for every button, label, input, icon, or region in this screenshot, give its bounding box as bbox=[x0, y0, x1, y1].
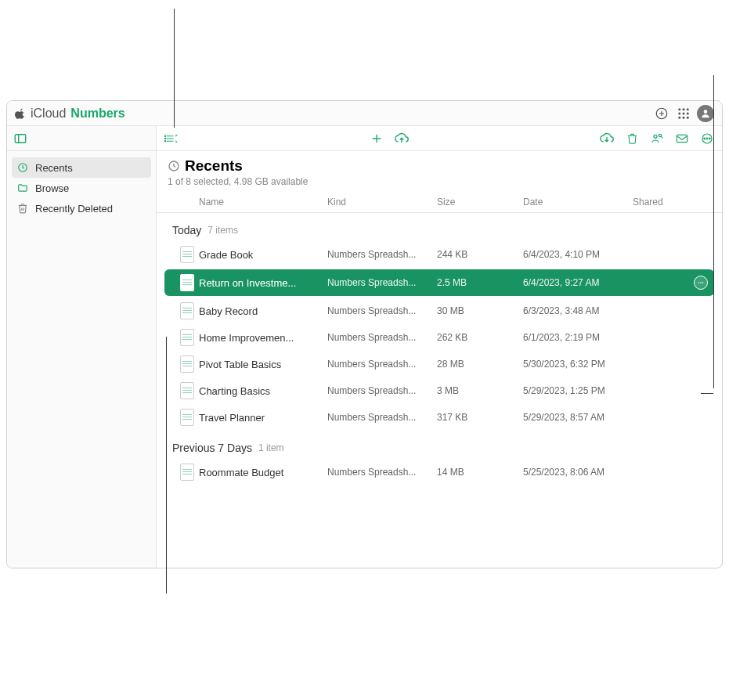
file-row[interactable]: Travel PlannerNumbers Spreadsh...317 KB5… bbox=[157, 404, 722, 431]
toolbar bbox=[157, 126, 722, 151]
svg-point-19 bbox=[164, 135, 165, 136]
spreadsheet-icon bbox=[180, 302, 194, 319]
column-headers: Name Kind Size Date Shared bbox=[157, 192, 722, 213]
svg-point-10 bbox=[683, 116, 685, 118]
sidebar-item-recently-deleted[interactable]: Recently Deleted bbox=[7, 198, 156, 218]
spreadsheet-icon bbox=[180, 382, 194, 399]
group-label: Previous 7 Days bbox=[172, 442, 252, 454]
file-date: 6/3/2023, 3:48 AM bbox=[523, 305, 633, 316]
svg-point-4 bbox=[683, 108, 685, 110]
svg-point-21 bbox=[164, 140, 165, 141]
file-row[interactable]: Pivot Table BasicsNumbers Spreadsh...28 … bbox=[157, 351, 722, 377]
app-window: iCloud Numbers bbox=[6, 100, 723, 568]
sidebar-icon bbox=[13, 132, 27, 146]
sidebar-item-label: Recently Deleted bbox=[35, 203, 113, 215]
sidebar-toggle[interactable] bbox=[7, 126, 156, 151]
brand-numbers[interactable]: Numbers bbox=[70, 106, 125, 121]
svg-point-12 bbox=[704, 110, 708, 114]
file-kind: Numbers Spreadsh... bbox=[327, 467, 437, 478]
svg-point-6 bbox=[678, 112, 680, 114]
column-kind[interactable]: Kind bbox=[327, 197, 437, 207]
sidebar-item-browse[interactable]: Browse bbox=[7, 178, 156, 198]
group-header[interactable]: Today7 items bbox=[157, 213, 722, 241]
svg-point-8 bbox=[687, 112, 689, 114]
sidebar-item-recents[interactable]: Recents bbox=[12, 157, 151, 178]
app-grid-icon[interactable] bbox=[675, 105, 692, 122]
email-button[interactable] bbox=[675, 132, 689, 146]
svg-point-31 bbox=[704, 138, 706, 139]
file-size: 244 KB bbox=[437, 249, 523, 260]
page-title: Recents bbox=[185, 157, 243, 175]
file-date: 6/1/2023, 2:19 PM bbox=[523, 332, 633, 343]
page-header: Recents 1 of 8 selected, 4.98 GB availab… bbox=[157, 151, 722, 192]
column-name[interactable]: Name bbox=[199, 197, 327, 207]
file-row[interactable]: Return on Investme...Numbers Spreadsh...… bbox=[164, 269, 714, 296]
file-row[interactable]: Baby RecordNumbers Spreadsh...30 MB6/3/2… bbox=[157, 298, 722, 324]
upload-button[interactable] bbox=[395, 132, 409, 146]
column-size[interactable]: Size bbox=[437, 197, 523, 207]
sidebar-item-label: Recents bbox=[35, 162, 73, 174]
file-name: Home Improvemen... bbox=[199, 332, 327, 344]
svg-point-33 bbox=[709, 138, 711, 139]
delete-button[interactable] bbox=[625, 132, 639, 146]
file-list: Today7 itemsGrade BookNumbers Spreadsh..… bbox=[157, 213, 722, 485]
file-row[interactable]: Grade BookNumbers Spreadsh...244 KB6/4/2… bbox=[157, 241, 722, 268]
more-actions-button[interactable] bbox=[700, 132, 714, 146]
svg-point-32 bbox=[706, 138, 708, 139]
view-mode-button[interactable] bbox=[164, 132, 179, 146]
file-date: 6/4/2023, 4:10 PM bbox=[523, 249, 633, 260]
spreadsheet-icon bbox=[180, 274, 194, 291]
file-size: 262 KB bbox=[437, 332, 523, 343]
apple-logo-icon bbox=[15, 108, 26, 119]
svg-point-3 bbox=[678, 108, 680, 110]
column-shared[interactable]: Shared bbox=[633, 197, 711, 207]
group-count: 1 item bbox=[258, 442, 284, 453]
row-more-button[interactable] bbox=[694, 276, 708, 290]
callout-line bbox=[166, 337, 167, 594]
column-date[interactable]: Date bbox=[523, 197, 633, 207]
selection-status: 1 of 8 selected, 4.98 GB available bbox=[168, 176, 711, 187]
svg-point-20 bbox=[164, 138, 165, 139]
add-circle-icon[interactable] bbox=[653, 105, 670, 122]
brand-icloud[interactable]: iCloud bbox=[31, 106, 66, 121]
clock-icon bbox=[168, 160, 180, 172]
file-name: Baby Record bbox=[199, 305, 327, 317]
spreadsheet-icon bbox=[180, 329, 194, 346]
sidebar-item-label: Browse bbox=[35, 182, 69, 194]
file-size: 14 MB bbox=[437, 467, 523, 478]
spreadsheet-icon bbox=[180, 355, 194, 373]
file-size: 30 MB bbox=[437, 305, 523, 316]
svg-rect-13 bbox=[15, 134, 26, 143]
group-header[interactable]: Previous 7 Days1 item bbox=[157, 431, 722, 459]
file-row[interactable]: Home Improvemen...Numbers Spreadsh...262… bbox=[157, 324, 722, 351]
sidebar: Recents Browse Recently Deleted bbox=[7, 126, 157, 568]
file-name: Return on Investme... bbox=[199, 277, 327, 289]
file-row[interactable]: Charting BasicsNumbers Spreadsh...3 MB5/… bbox=[157, 377, 722, 404]
download-button[interactable] bbox=[600, 132, 614, 146]
svg-point-9 bbox=[678, 116, 680, 118]
callout-line bbox=[174, 9, 175, 128]
file-date: 5/29/2023, 8:57 AM bbox=[523, 412, 633, 423]
file-name: Pivot Table Basics bbox=[199, 359, 327, 370]
group-label: Today bbox=[172, 224, 201, 236]
svg-point-36 bbox=[700, 282, 702, 283]
file-row[interactable]: Roommate BudgetNumbers Spreadsh...14 MB5… bbox=[157, 459, 722, 485]
file-date: 6/4/2023, 9:27 AM bbox=[523, 277, 633, 288]
account-avatar-icon[interactable] bbox=[697, 105, 714, 122]
file-date: 5/30/2023, 6:32 PM bbox=[523, 359, 633, 370]
group-count: 7 items bbox=[208, 225, 238, 236]
file-name: Travel Planner bbox=[199, 412, 327, 424]
file-kind: Numbers Spreadsh... bbox=[327, 385, 437, 396]
content: Recents 1 of 8 selected, 4.98 GB availab… bbox=[157, 126, 722, 568]
file-size: 3 MB bbox=[437, 385, 523, 396]
share-button[interactable] bbox=[650, 132, 664, 146]
file-name: Charting Basics bbox=[199, 385, 327, 397]
file-name: Grade Book bbox=[199, 249, 327, 261]
folder-icon bbox=[16, 182, 29, 194]
clock-icon bbox=[16, 161, 29, 174]
new-document-button[interactable] bbox=[370, 132, 384, 146]
file-kind: Numbers Spreadsh... bbox=[327, 277, 437, 288]
file-date: 5/29/2023, 1:25 PM bbox=[523, 385, 633, 396]
file-kind: Numbers Spreadsh... bbox=[327, 412, 437, 423]
file-kind: Numbers Spreadsh... bbox=[327, 249, 437, 260]
